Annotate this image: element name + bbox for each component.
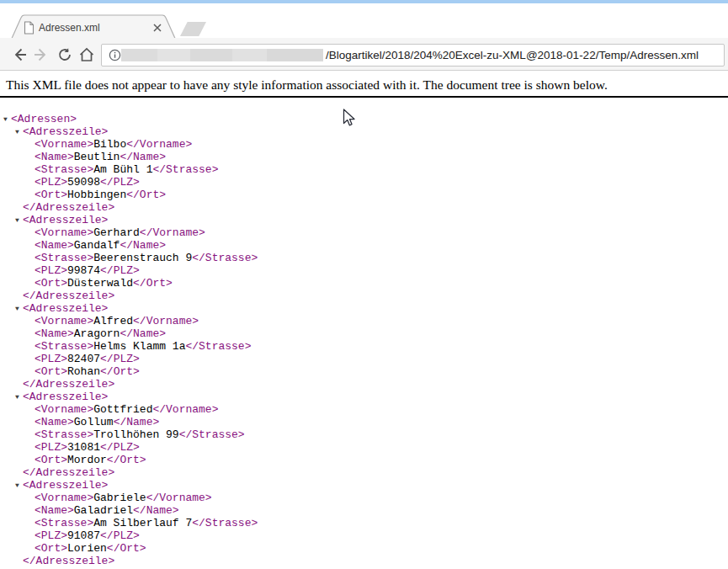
xml-tag: </Name>	[120, 239, 166, 252]
xml-tag: <Name>	[35, 416, 74, 428]
xml-tag: </Name>	[120, 327, 166, 340]
xml-text: Hobbingen	[67, 189, 126, 201]
triangle-down-icon[interactable]: ▼	[15, 214, 23, 226]
triangle-down-icon[interactable]: ▼	[15, 302, 23, 315]
xml-line: <Ort>Rohan</Ort>	[0, 365, 728, 378]
xml-text: Beutlin	[74, 151, 120, 163]
xml-line: <Ort>Lorien</Ort>	[0, 542, 728, 555]
xml-tag: <Ort>	[35, 277, 67, 290]
xml-tag: </Strasse>	[192, 517, 258, 529]
xml-line: ▼<Adresszeile>	[0, 125, 728, 138]
xml-tag: <Name>	[35, 239, 74, 252]
home-icon[interactable]	[78, 46, 95, 63]
browser-window: Adressen.xml /Blogartikel/2018/	[0, 0, 728, 569]
triangle-down-icon[interactable]: ▼	[15, 391, 23, 403]
xml-tag: <Adresszeile>	[23, 479, 108, 492]
xml-tag: </Name>	[120, 151, 166, 163]
xml-tag: <Strasse>	[35, 428, 93, 441]
xml-tag: </Strasse>	[152, 163, 218, 176]
xml-line: <PLZ>91087</PLZ>	[0, 529, 728, 542]
forward-arrow-icon[interactable]	[32, 46, 49, 63]
xml-tag: <Ort>	[35, 454, 67, 466]
xml-tag: </Ort>	[107, 454, 146, 466]
url-text[interactable]: /Blogartikel/2018/204%20Excel-zu-XML@201…	[326, 49, 699, 61]
xml-line: <Ort>Mordor</Ort>	[0, 454, 728, 466]
xml-line: <Ort>Hobbingen</Ort>	[0, 189, 728, 201]
xml-tag: <Strasse>	[35, 517, 93, 529]
xml-tag: <Vorname>	[35, 492, 93, 504]
xml-text: Helms Klamm 1a	[93, 340, 185, 353]
xml-line: </Adresszeile>	[0, 555, 728, 567]
xml-tag: </Vorname>	[126, 138, 192, 151]
xml-tag: </Adresszeile>	[23, 201, 114, 214]
xml-line: <Name>Beutlin</Name>	[0, 151, 728, 163]
triangle-down-icon[interactable]: ▼	[15, 479, 23, 492]
xml-line: <Name>Gollum</Name>	[0, 416, 728, 428]
xml-tag: </PLZ>	[100, 441, 140, 454]
xml-tag: </Ort>	[100, 365, 140, 378]
xml-line: <PLZ>59098</PLZ>	[0, 176, 728, 189]
xml-tag: </Vorname>	[146, 492, 212, 504]
xml-tag: <Vorname>	[35, 138, 93, 151]
xml-line: </Adresszeile>	[0, 201, 728, 214]
triangle-down-icon[interactable]: ▼	[3, 113, 11, 125]
xml-viewer-page: This XML file does not appear to have an…	[0, 72, 728, 569]
xml-line: ▼<Adressen>	[0, 113, 728, 125]
xml-tag: <PLZ>	[35, 529, 67, 542]
xml-line: <Vorname>Gabriele</Vorname>	[0, 492, 728, 504]
xml-tag: </Adresszeile>	[23, 290, 114, 302]
xml-line: </Adresszeile>	[0, 466, 728, 479]
xml-text: Gandalf	[74, 239, 120, 252]
xml-line: <PLZ>99874</PLZ>	[0, 264, 728, 277]
xml-line: <Name>Galadriel</Name>	[0, 504, 728, 517]
xml-tag: <Vorname>	[35, 315, 93, 327]
redacted-url-segment	[121, 49, 323, 61]
xml-text: Gollum	[74, 416, 114, 428]
xml-text: Aragorn	[74, 327, 120, 340]
xml-line: <Strasse>Am Silberlauf 7</Strasse>	[0, 517, 728, 529]
xml-tag: </PLZ>	[100, 529, 140, 542]
xml-text: Am Silberlauf 7	[93, 517, 192, 529]
xml-tag: </Strasse>	[179, 428, 245, 441]
xml-text: 31081	[67, 441, 100, 454]
xml-line: <Strasse>Beerenstrauch 9</Strasse>	[0, 252, 728, 264]
xml-line: <PLZ>82407</PLZ>	[0, 353, 728, 365]
xml-tag: <Name>	[35, 504, 74, 517]
xml-tag: </PLZ>	[100, 264, 140, 277]
address-bar[interactable]: /Blogartikel/2018/204%20Excel-zu-XML@201…	[101, 44, 725, 66]
xml-line: ▼<Adresszeile>	[0, 479, 728, 492]
xml-text: Rohan	[67, 365, 100, 378]
xml-tag: <Ort>	[35, 365, 67, 378]
xml-line: <Vorname>Gerhard</Vorname>	[0, 226, 728, 239]
xml-text: Gerhard	[93, 226, 140, 239]
xml-line: </Adresszeile>	[0, 378, 728, 391]
info-icon[interactable]	[108, 48, 122, 62]
back-arrow-icon[interactable]	[12, 46, 29, 63]
close-icon[interactable]	[152, 23, 162, 33]
xml-line: <Ort>Düsterwald</Ort>	[0, 277, 728, 290]
xml-line: <Strasse>Helms Klamm 1a</Strasse>	[0, 340, 728, 353]
xml-tag: </Strasse>	[185, 340, 251, 353]
xml-text: Am Bühl 1	[93, 163, 152, 176]
xml-tag: <Adresszeile>	[23, 214, 108, 226]
xml-text: Bilbo	[93, 138, 126, 151]
xml-tag: </Ort>	[133, 277, 173, 290]
triangle-down-icon[interactable]: ▼	[15, 125, 23, 138]
xml-text: Düsterwald	[67, 277, 133, 290]
xml-tag: <Ort>	[35, 189, 67, 201]
xml-style-notice: This XML file does not appear to have an…	[0, 72, 728, 98]
xml-tag: <Adresszeile>	[23, 125, 108, 138]
xml-line: <Name>Gandalf</Name>	[0, 239, 728, 252]
xml-text: 59098	[67, 176, 100, 189]
xml-tag: </PLZ>	[100, 353, 140, 365]
new-tab-button[interactable]	[180, 22, 206, 36]
xml-text: Mordor	[67, 454, 107, 466]
xml-text: 82407	[67, 353, 100, 365]
xml-line: <Name>Aragorn</Name>	[0, 327, 728, 340]
xml-tag: </Ort>	[107, 542, 146, 555]
reload-icon[interactable]	[56, 46, 73, 63]
xml-line: <PLZ>31081</PLZ>	[0, 441, 728, 454]
xml-tag: <PLZ>	[35, 264, 67, 277]
xml-tag: </Adresszeile>	[23, 555, 114, 567]
xml-line: <Vorname>Bilbo</Vorname>	[0, 138, 728, 151]
